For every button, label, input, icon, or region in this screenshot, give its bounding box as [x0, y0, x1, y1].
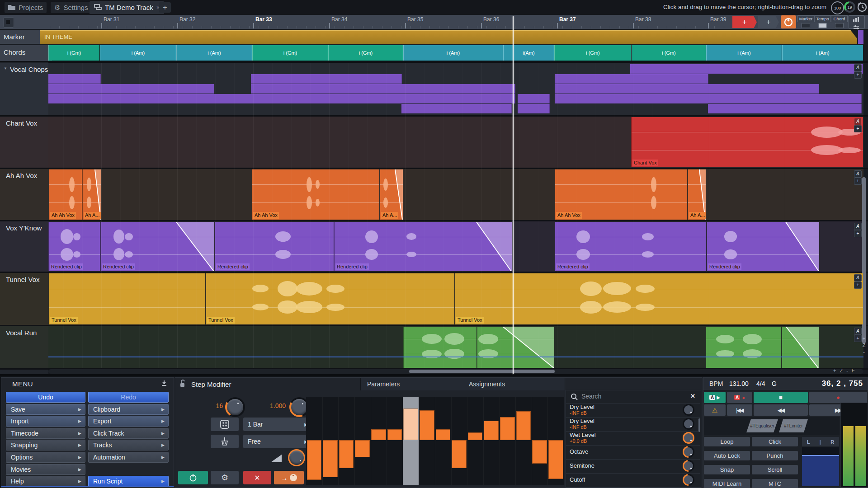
- menu-item-undo[interactable]: Undo: [6, 392, 85, 403]
- step-bar[interactable]: [387, 429, 402, 440]
- mode-dropdown[interactable]: Free▶: [243, 435, 312, 448]
- step-bar[interactable]: [323, 440, 338, 477]
- param-knob[interactable]: [683, 404, 694, 416]
- zoom-out-vertical[interactable]: -: [861, 349, 867, 356]
- menu-item-help[interactable]: Help▶: [6, 476, 85, 487]
- add-secondary-button[interactable]: +: [758, 16, 779, 28]
- menu-item-movies[interactable]: Movies▶: [6, 464, 85, 475]
- midi-block[interactable]: [48, 84, 214, 94]
- track-add-chip[interactable]: +: [854, 230, 862, 237]
- depth-knob[interactable]: [288, 449, 305, 466]
- param-row-semitone[interactable]: Semitone: [566, 459, 700, 474]
- mixer-view-buttons[interactable]: [849, 15, 865, 29]
- param-row-dry-level[interactable]: Dry Level-INF dB: [566, 417, 700, 432]
- audio-clip[interactable]: [782, 327, 819, 368]
- tab-assignments[interactable]: Assignments: [462, 378, 565, 390]
- new-tab-button[interactable]: +: [159, 2, 171, 13]
- horizontal-zoom-controls[interactable]: + Z - F: [833, 368, 867, 373]
- toggle-punch[interactable]: Punch: [752, 451, 798, 460]
- param-knob[interactable]: [683, 474, 694, 486]
- chord-segment[interactable]: i (Gm): [632, 45, 706, 61]
- chord-segment[interactable]: i (Am): [782, 45, 863, 61]
- toggle-scroll[interactable]: Scroll: [752, 465, 798, 474]
- midi-block[interactable]: [518, 104, 550, 113]
- ruler-toggle-icon[interactable]: [818, 23, 827, 28]
- param-knob[interactable]: [683, 418, 694, 430]
- menu-item-save[interactable]: Save▶: [6, 404, 85, 415]
- track-lane-ah-ah-vox[interactable]: [48, 169, 863, 220]
- track-add-chip[interactable]: +: [854, 335, 862, 342]
- plugin-settings-button[interactable]: ⚙: [211, 471, 239, 484]
- audio-clip[interactable]: Rendered clip: [334, 222, 512, 271]
- zoom-out-horizontal[interactable]: -: [846, 368, 848, 373]
- ruler-toggle-icon[interactable]: [802, 23, 810, 28]
- audio-clip[interactable]: Tunnel Vox: [455, 273, 863, 324]
- audio-clip[interactable]: Ah A...: [82, 169, 101, 220]
- track-automation-chip[interactable]: A: [854, 223, 862, 230]
- audio-clip[interactable]: Rendered clip: [48, 222, 100, 271]
- settings-button[interactable]: ⚙ Settings: [51, 2, 92, 13]
- step-bar[interactable]: [516, 411, 531, 440]
- audio-clip[interactable]: Ah A...: [688, 169, 706, 220]
- param-knob[interactable]: [683, 460, 694, 472]
- toggle-mtc[interactable]: MTC: [752, 479, 798, 488]
- audio-clip[interactable]: Rendered clip: [215, 222, 334, 271]
- randomise-button[interactable]: [211, 418, 239, 431]
- midi-block[interactable]: [555, 94, 862, 103]
- menu-item-export[interactable]: Export▶: [88, 416, 169, 427]
- sync-dropdown[interactable]: 1 Bar▶: [243, 418, 312, 431]
- param-knob[interactable]: [683, 446, 694, 458]
- audio-clip[interactable]: [706, 327, 781, 368]
- audio-clip[interactable]: Rendered clip: [707, 222, 819, 271]
- delete-button[interactable]: ✕: [243, 471, 271, 484]
- clear-search-icon[interactable]: ✕: [690, 393, 695, 399]
- performance-gauge[interactable]: 19: [844, 1, 855, 13]
- step-bar[interactable]: [452, 440, 467, 468]
- playhead-cursor[interactable]: [513, 16, 514, 374]
- track-automation-chip[interactable]: A: [854, 64, 862, 71]
- step-bar[interactable]: [532, 440, 547, 464]
- step-bar[interactable]: [468, 432, 483, 440]
- step-bar[interactable]: [307, 440, 322, 480]
- zoom-in-vertical[interactable]: +: [861, 335, 867, 342]
- ruler-toggle-tempo[interactable]: Tempo: [814, 15, 831, 22]
- clear-pattern-button[interactable]: [211, 435, 239, 448]
- menu-item-tracks[interactable]: Tracks▶: [88, 440, 169, 450]
- menu-item-automation[interactable]: Automation▶: [88, 452, 169, 463]
- step-bar[interactable]: [500, 417, 515, 440]
- step-bar[interactable]: [484, 421, 499, 440]
- lr-meter-body[interactable]: [802, 447, 839, 486]
- audio-clip[interactable]: Rendered clip: [100, 222, 214, 271]
- param-row-dry-level[interactable]: Dry Level-INF dB: [566, 403, 700, 418]
- chord-segment[interactable]: i(Am): [503, 45, 554, 61]
- chord-segment[interactable]: i (Am): [706, 45, 782, 61]
- param-knob[interactable]: [683, 432, 694, 444]
- menu-item-import[interactable]: Import▶: [6, 416, 85, 427]
- toggle-click[interactable]: Click: [752, 437, 798, 446]
- toggle-midi-learn[interactable]: MIDI Learn: [704, 479, 750, 488]
- projects-button[interactable]: Projects: [5, 2, 47, 13]
- chord-segment[interactable]: i (Gm): [252, 45, 328, 61]
- horizontal-scrollbar-thumb[interactable]: [409, 370, 555, 373]
- ruler-toggle-icon[interactable]: [835, 23, 844, 28]
- track-automation-chip[interactable]: A: [854, 170, 862, 178]
- cpu-meter[interactable]: 100: [831, 1, 844, 14]
- step-bar[interactable]: [403, 408, 418, 440]
- add-marker-button[interactable]: +: [732, 16, 757, 28]
- midi-block[interactable]: [251, 74, 402, 84]
- param-row-cutoff[interactable]: Cutoff: [566, 473, 700, 488]
- step-bar[interactable]: [371, 429, 386, 440]
- unlock-icon[interactable]: [179, 380, 186, 389]
- clock-icon[interactable]: [856, 1, 868, 14]
- param-row-wet-level[interactable]: Wet Level+0.0 dB: [566, 431, 700, 446]
- midi-block[interactable]: [48, 74, 101, 84]
- enable-button[interactable]: [178, 471, 208, 484]
- midi-block[interactable]: [48, 94, 515, 103]
- search-input[interactable]: Search: [581, 393, 601, 400]
- midi-block[interactable]: [401, 104, 512, 113]
- midi-block[interactable]: [555, 84, 819, 94]
- param-row-octave[interactable]: Octave: [566, 445, 700, 460]
- ruler-corner-box[interactable]: [3, 17, 14, 28]
- track-add-chip[interactable]: +: [854, 125, 862, 132]
- chord-segment[interactable]: i (Gm): [554, 45, 631, 61]
